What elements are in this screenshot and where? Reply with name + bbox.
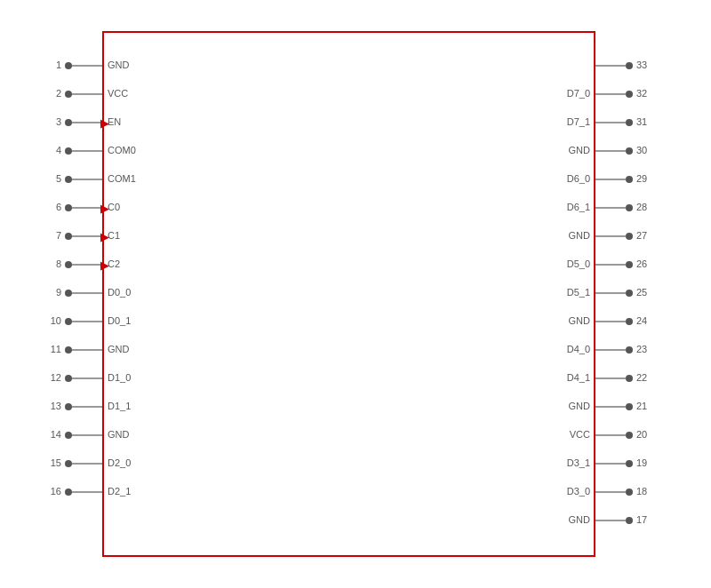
- pin-line-right-17: [595, 520, 626, 521]
- pin-dot-left-1: [65, 62, 72, 69]
- pin-line-right-25: [595, 292, 626, 294]
- pin-label-left-1: GND: [108, 60, 129, 70]
- pin-label-left-15: D2_0: [108, 457, 131, 468]
- pin-dot-left-3: [65, 119, 72, 126]
- pin-dot-right-20: [626, 432, 633, 439]
- pin-label-right-21: GND: [569, 401, 590, 411]
- pin-number-right-27: 27: [636, 230, 659, 241]
- pin-label-right-28: D6_1: [567, 202, 590, 212]
- pin-label-left-5: COM1: [108, 173, 136, 184]
- pin-number-right-31: 31: [636, 116, 659, 127]
- pin-line-right-27: [595, 235, 626, 237]
- pin-line-left-2: [72, 93, 102, 95]
- pin-line-left-4: [72, 150, 102, 152]
- pin-number-left-7: 7: [42, 230, 61, 241]
- pin-label-left-13: D1_1: [108, 401, 131, 411]
- pin-dot-left-8: [65, 261, 72, 268]
- pin-label-right-25: D5_1: [567, 287, 590, 298]
- pin-line-left-16: [72, 491, 102, 493]
- pin-number-left-14: 14: [42, 429, 61, 440]
- pin-line-right-22: [595, 377, 626, 379]
- pin-line-right-26: [595, 264, 626, 266]
- pin-label-left-3: EN: [108, 116, 121, 127]
- pin-label-right-22: D4_1: [567, 372, 590, 383]
- pin-line-right-33: [595, 65, 626, 67]
- pin-label-right-30: GND: [569, 145, 590, 155]
- pin-number-left-12: 12: [42, 372, 61, 383]
- pin-number-left-9: 9: [42, 287, 61, 298]
- pin-dot-right-27: [626, 233, 633, 240]
- pin-line-right-29: [595, 179, 626, 180]
- pin-label-right-18: D3_0: [567, 486, 590, 497]
- pin-arrow-left-7: ▶: [100, 229, 109, 245]
- pin-line-left-12: [72, 377, 102, 379]
- pin-line-left-7: [72, 235, 102, 237]
- pin-line-left-5: [72, 179, 102, 180]
- pin-number-left-16: 16: [42, 486, 61, 497]
- pin-line-right-30: [595, 150, 626, 152]
- pin-line-left-6: [72, 207, 102, 209]
- pin-dot-right-24: [626, 318, 633, 325]
- pin-line-right-28: [595, 207, 626, 209]
- pin-label-right-29: D6_0: [567, 173, 590, 184]
- pin-line-left-8: [72, 264, 102, 266]
- pin-number-right-24: 24: [636, 315, 659, 326]
- pin-label-right-31: D7_1: [567, 116, 590, 127]
- pin-number-right-17: 17: [636, 514, 659, 525]
- pin-number-left-8: 8: [42, 258, 61, 269]
- pin-line-right-23: [595, 349, 626, 351]
- pin-label-left-6: C0: [108, 202, 120, 212]
- pin-number-right-32: 32: [636, 88, 659, 99]
- pin-dot-left-13: [65, 403, 72, 410]
- pin-number-left-11: 11: [42, 344, 61, 354]
- pin-dot-right-19: [626, 460, 633, 467]
- pin-dot-right-22: [626, 375, 633, 382]
- pin-line-right-31: [595, 122, 626, 123]
- pin-number-left-6: 6: [42, 202, 61, 212]
- pin-number-right-26: 26: [636, 258, 659, 269]
- pin-label-right-17: GND: [569, 514, 590, 525]
- pin-label-right-27: GND: [569, 230, 590, 241]
- pin-dot-left-5: [65, 176, 72, 183]
- pin-number-left-1: 1: [42, 60, 61, 70]
- ic-body: [102, 31, 595, 557]
- pin-number-left-4: 4: [42, 145, 61, 155]
- pin-line-right-18: [595, 491, 626, 493]
- pin-label-left-2: VCC: [108, 88, 128, 99]
- pin-label-left-4: COM0: [108, 145, 136, 155]
- pin-line-left-10: [72, 321, 102, 322]
- pin-line-right-19: [595, 463, 626, 465]
- pin-dot-right-21: [626, 403, 633, 410]
- pin-line-left-11: [72, 349, 102, 351]
- pin-number-right-29: 29: [636, 173, 659, 184]
- pin-label-left-12: D1_0: [108, 372, 131, 383]
- pin-label-left-10: D0_1: [108, 315, 131, 326]
- pin-label-right-24: GND: [569, 315, 590, 326]
- pin-dot-left-6: [65, 204, 72, 211]
- pin-number-right-21: 21: [636, 401, 659, 411]
- pin-number-left-5: 5: [42, 173, 61, 184]
- pin-line-right-21: [595, 406, 626, 408]
- pin-line-right-32: [595, 93, 626, 95]
- pin-dot-left-12: [65, 375, 72, 382]
- pin-number-right-33: 33: [636, 60, 659, 70]
- pin-dot-left-16: [65, 489, 72, 496]
- pin-dot-right-23: [626, 346, 633, 354]
- pin-number-left-15: 15: [42, 457, 61, 468]
- pin-dot-right-28: [626, 204, 633, 211]
- pin-label-left-14: GND: [108, 429, 129, 440]
- pin-label-right-23: D4_0: [567, 344, 590, 354]
- pin-line-right-20: [595, 434, 626, 436]
- pin-dot-left-2: [65, 91, 72, 98]
- pin-dot-left-7: [65, 233, 72, 240]
- pin-line-left-14: [72, 434, 102, 436]
- pin-dot-right-17: [626, 517, 633, 524]
- pin-label-left-9: D0_0: [108, 287, 131, 298]
- pin-label-left-8: C2: [108, 258, 120, 269]
- pin-label-right-32: D7_0: [567, 88, 590, 99]
- pin-number-left-2: 2: [42, 88, 61, 99]
- pin-line-right-24: [595, 321, 626, 322]
- pin-number-right-28: 28: [636, 202, 659, 212]
- pin-dot-left-9: [65, 290, 72, 297]
- pin-line-left-3: [72, 122, 102, 123]
